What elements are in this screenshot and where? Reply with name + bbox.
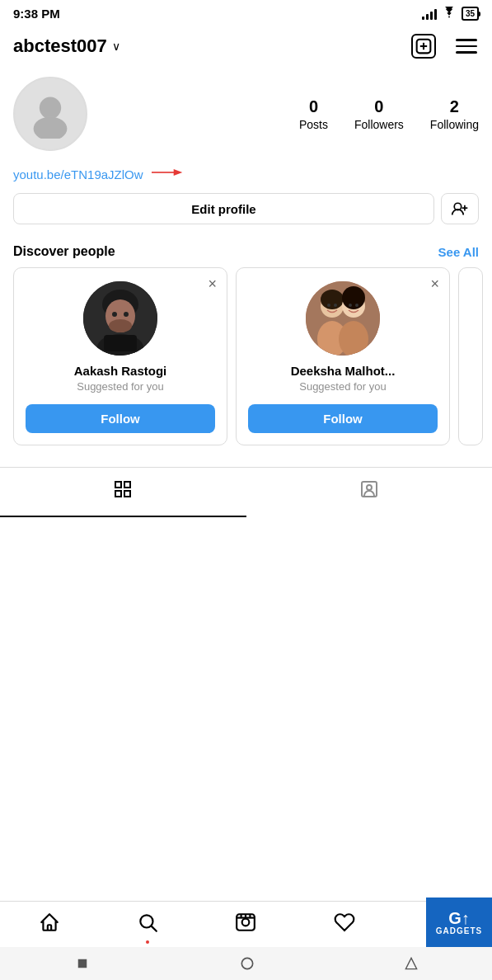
svg-point-25: [342, 286, 365, 309]
discover-header: Discover people See All: [0, 238, 492, 267]
person2-avatar-icon: [306, 281, 380, 356]
posts-label: Posts: [299, 118, 328, 131]
person-avatar-1: [83, 281, 157, 356]
svg-marker-46: [405, 958, 416, 968]
chevron-down-icon[interactable]: ∨: [112, 40, 120, 53]
followers-stat[interactable]: 0 Followers: [354, 97, 404, 131]
posts-stat[interactable]: 0 Posts: [299, 97, 328, 131]
svg-point-14: [112, 312, 117, 317]
following-count: 2: [450, 97, 459, 116]
svg-point-35: [367, 485, 372, 490]
stats-row: 0 Posts 0 Followers 2 Following: [107, 97, 479, 131]
svg-rect-30: [115, 482, 121, 488]
person-card-2: ×: [236, 267, 450, 445]
nav-reels[interactable]: [235, 912, 256, 939]
following-stat[interactable]: 2 Following: [430, 97, 479, 131]
link-area: youtu.be/eTN19aJZlOw: [0, 158, 492, 193]
svg-marker-6: [173, 169, 182, 176]
profile-row: 0 Posts 0 Followers 2 Following: [13, 77, 479, 151]
discover-cards: × Aakash Rastogi Suggested for you: [0, 267, 492, 459]
profile-link[interactable]: youtu.be/eTN19aJZlOw: [13, 167, 143, 181]
signal-icon: [422, 8, 437, 20]
action-buttons: Edit profile: [0, 193, 492, 238]
discover-title: Discover people: [13, 244, 115, 259]
tab-grid[interactable]: [0, 468, 246, 517]
svg-rect-33: [124, 491, 130, 497]
status-icons: 35: [422, 7, 479, 21]
follow-button-2[interactable]: Follow: [248, 404, 438, 433]
svg-rect-31: [124, 482, 130, 488]
reels-icon: [235, 912, 256, 939]
person-card-1: × Aakash Rastogi Suggested for you: [13, 267, 227, 445]
svg-point-28: [349, 304, 352, 307]
followers-count: 0: [374, 97, 383, 116]
svg-rect-17: [104, 335, 137, 351]
person-name-2: Deeksha Malhot...: [291, 364, 396, 378]
android-nav: [0, 947, 492, 980]
battery-icon: 35: [462, 7, 479, 21]
username-area[interactable]: abctest007 ∨: [13, 35, 120, 57]
edit-profile-button[interactable]: Edit profile: [13, 193, 434, 224]
person-suggested-1: Suggested for you: [77, 380, 164, 393]
username-label: abctest007: [13, 35, 107, 57]
partial-card: [458, 267, 483, 445]
top-nav: abctest007 ∨: [0, 24, 492, 68]
add-post-button[interactable]: [410, 32, 438, 60]
svg-point-15: [124, 312, 129, 317]
nav-home[interactable]: [39, 912, 60, 939]
menu-button[interactable]: [454, 37, 479, 55]
svg-point-4: [34, 117, 68, 139]
android-home-button[interactable]: [239, 955, 255, 972]
svg-point-29: [355, 304, 358, 307]
watermark: G↑ GADGETS: [426, 898, 492, 947]
add-square-icon: [411, 34, 436, 59]
search-icon: [137, 912, 158, 939]
avatar[interactable]: [13, 77, 87, 151]
svg-rect-32: [115, 491, 121, 497]
arrow-icon: [152, 164, 185, 185]
card-close-button-2[interactable]: ×: [430, 276, 439, 291]
card-close-button-1[interactable]: ×: [208, 276, 217, 291]
watermark-text: GADGETS: [436, 926, 482, 935]
default-avatar-icon: [26, 89, 75, 139]
post-tabs: [0, 467, 492, 517]
svg-point-39: [242, 919, 250, 926]
person1-avatar-icon: [83, 281, 157, 356]
follow-button-1[interactable]: Follow: [26, 404, 215, 433]
svg-point-24: [339, 321, 368, 356]
person-name-1: Aakash Rastogi: [74, 364, 167, 378]
svg-point-22: [321, 290, 344, 309]
home-icon: [39, 912, 60, 939]
watermark-logo: G↑: [448, 910, 470, 926]
nav-search[interactable]: [137, 912, 158, 939]
android-recents-button[interactable]: [405, 957, 418, 970]
person-tag-icon: [359, 479, 379, 504]
status-bar: 9:38 PM 35: [0, 0, 492, 24]
profile-section: 0 Posts 0 Followers 2 Following: [0, 68, 492, 158]
nav-icons: [410, 32, 479, 60]
nav-activity[interactable]: [334, 912, 355, 939]
search-notification-dot: [146, 940, 149, 944]
add-friend-button[interactable]: [441, 193, 479, 224]
following-label: Following: [430, 118, 479, 131]
heart-icon: [334, 912, 355, 939]
person-avatar-2: [306, 281, 380, 356]
svg-point-13: [109, 319, 132, 332]
see-all-button[interactable]: See All: [438, 245, 479, 259]
svg-point-26: [327, 304, 330, 307]
svg-line-37: [152, 926, 157, 931]
android-back-button[interactable]: [75, 956, 90, 971]
svg-rect-44: [77, 959, 87, 968]
svg-point-27: [334, 304, 337, 307]
hamburger-icon: [456, 39, 477, 54]
wifi-icon: [442, 7, 457, 21]
svg-point-45: [241, 958, 252, 968]
person-suggested-2: Suggested for you: [299, 380, 387, 393]
grid-icon: [113, 479, 133, 504]
svg-point-3: [40, 97, 61, 119]
followers-label: Followers: [354, 118, 404, 131]
status-time: 9:38 PM: [13, 7, 60, 21]
posts-count: 0: [309, 97, 318, 116]
bottom-nav: [0, 901, 492, 947]
tab-tagged[interactable]: [246, 468, 493, 517]
